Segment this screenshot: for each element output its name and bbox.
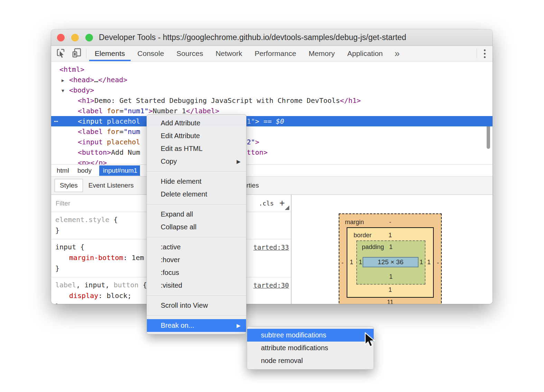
- title-bar[interactable]: Developer Tools - https://googlechrome.g…: [51, 29, 493, 46]
- menu-item-edit-as-html[interactable]: Edit as HTML: [147, 142, 246, 155]
- dom-tree-row[interactable]: <html>: [51, 64, 493, 75]
- menu-item-collapse-all[interactable]: Collapse all: [147, 221, 246, 233]
- code-token: </h1>: [340, 96, 361, 105]
- row-actions-ellipsis[interactable]: ⋯: [54, 116, 58, 126]
- stylesheet-link[interactable]: tarted:33: [253, 242, 289, 253]
- menu-item-active[interactable]: :active: [147, 241, 246, 254]
- stylesheet-link[interactable]: tarted:30: [253, 280, 289, 291]
- menu-item-node-removal[interactable]: node removal: [247, 354, 374, 367]
- code-token: $0: [276, 117, 284, 125]
- code-token: for: [103, 127, 119, 136]
- code-token: <input: [78, 117, 103, 125]
- code-token: :: [98, 291, 106, 300]
- tab-console[interactable]: Console: [131, 46, 170, 61]
- sidebar-tab-styles[interactable]: Styles: [55, 179, 83, 192]
- menu-item-focus[interactable]: :focus: [147, 266, 246, 279]
- padding-bottom-value[interactable]: 1: [357, 273, 425, 280]
- sidebar-tab-event-listeners[interactable]: Event Listeners: [84, 179, 139, 192]
- dom-tree-row[interactable]: ⋯<input placehol1"> == $0: [51, 116, 493, 126]
- menu-item-delete-element[interactable]: Delete element: [147, 188, 246, 201]
- devtools-toolbar: ElementsConsoleSourcesNetworkPerformance…: [51, 46, 493, 61]
- menu-item-expand-all[interactable]: Expand all: [147, 208, 246, 221]
- code-token: Add Num: [111, 148, 140, 156]
- box-model-content-box[interactable]: 125 × 36: [363, 257, 419, 267]
- device-toolbar-icon[interactable]: [72, 48, 82, 59]
- padding-top-value[interactable]: 1: [357, 243, 425, 251]
- dom-tree-row[interactable]: <input placehol2">: [51, 137, 493, 147]
- breadcrumb: htmlbodyinput#num1: [51, 164, 493, 176]
- dom-tree-row[interactable]: ▼<body>: [51, 85, 493, 95]
- expand-expanded-icon[interactable]: ▼: [62, 86, 69, 96]
- menu-item-label: Collapse all: [161, 223, 196, 231]
- menu-item-break-on[interactable]: Break on...▶: [147, 319, 246, 332]
- breadcrumb-item-html[interactable]: html: [53, 166, 73, 175]
- tab-memory[interactable]: Memory: [302, 46, 341, 61]
- tab-performance[interactable]: Performance: [248, 46, 302, 61]
- dom-tree-row[interactable]: <button>Add Numtton>: [51, 147, 493, 157]
- menu-item-scroll-into-view[interactable]: Scroll into View: [147, 299, 246, 312]
- styles-filter-input[interactable]: Filter: [51, 200, 70, 207]
- tab-properties-partial[interactable]: rties: [246, 182, 259, 189]
- menu-item-label: Expand all: [161, 210, 193, 218]
- minimize-window-button[interactable]: [71, 34, 79, 41]
- toolbar-divider: [86, 49, 86, 58]
- margin-bottom-value[interactable]: 11: [339, 298, 441, 304]
- zoom-window-button[interactable]: [85, 34, 93, 41]
- dom-tree-row[interactable]: <p></p>: [51, 157, 493, 164]
- code-fragment-right: 1"> == $0: [247, 116, 284, 126]
- breadcrumb-item-inputnum1[interactable]: input#num1: [99, 165, 140, 176]
- code-token: :: [123, 254, 132, 262]
- code-token: <p>: [78, 159, 90, 164]
- devtools-menu-icon[interactable]: [477, 49, 493, 58]
- computed-pane: margin - - - 11 border 1 1 1 1 padding 1…: [291, 195, 493, 304]
- code-token: =: [119, 107, 123, 115]
- menu-item-subtree-modifications[interactable]: subtree modifications: [247, 329, 374, 342]
- menu-separator: [147, 171, 246, 172]
- element-classes-button[interactable]: .cls: [259, 200, 274, 207]
- padding-left-value[interactable]: 1: [359, 258, 362, 266]
- menu-item-visited[interactable]: :visited: [147, 279, 246, 292]
- menu-item-copy[interactable]: Copy▶: [147, 155, 246, 168]
- code-token: <label: [78, 127, 103, 136]
- box-model-diagram[interactable]: margin - - - 11 border 1 1 1 1 padding 1…: [339, 213, 442, 304]
- close-window-button[interactable]: [57, 34, 65, 41]
- dom-tree-row[interactable]: <label for="num1">Number 1</label>: [51, 106, 493, 116]
- menu-item-label: Add Attribute: [161, 119, 200, 127]
- tab-elements[interactable]: Elements: [88, 46, 131, 61]
- padding-right-value[interactable]: 1: [420, 258, 423, 266]
- new-style-rule-button[interactable]: +: [279, 198, 285, 209]
- code-fragment-right: tton>: [247, 147, 268, 157]
- menu-item-add-attribute[interactable]: Add Attribute: [147, 117, 246, 130]
- more-panels-chevron[interactable]: »: [389, 46, 405, 61]
- box-model-padding-box[interactable]: padding 1 1 1 1 125 × 36: [356, 240, 425, 285]
- sidebar-tabs: StylesEvent Listenersrties: [51, 176, 493, 195]
- inspect-element-icon[interactable]: [56, 48, 66, 59]
- pane-corner-triangle: [285, 205, 289, 210]
- breadcrumb-item-body[interactable]: body: [73, 166, 96, 175]
- dom-tree-row[interactable]: <label for="num: [51, 126, 493, 137]
- tab-network[interactable]: Network: [209, 46, 248, 61]
- tab-sources[interactable]: Sources: [170, 46, 209, 61]
- tab-application[interactable]: Application: [341, 46, 389, 61]
- code-token: "num1": [123, 107, 148, 115]
- menu-item-label: :visited: [161, 281, 182, 289]
- margin-top-value[interactable]: -: [339, 218, 441, 226]
- border-top-value[interactable]: 1: [347, 231, 433, 239]
- menu-item-edit-attribute[interactable]: Edit Attribute: [147, 130, 246, 142]
- menu-item-label: Edit as HTML: [161, 145, 203, 152]
- box-model-border-box[interactable]: border 1 1 1 1 padding 1 1 1 1 125 × 36: [347, 227, 434, 298]
- menu-item-hover[interactable]: :hover: [147, 254, 246, 266]
- border-left-value[interactable]: 1: [350, 258, 353, 266]
- code-token: tton>: [247, 148, 268, 156]
- expand-collapsed-icon[interactable]: ▶: [62, 75, 69, 86]
- border-right-value[interactable]: 1: [427, 258, 431, 266]
- code-token: ,: [76, 281, 84, 289]
- menu-item-hide-element[interactable]: Hide element: [147, 175, 246, 188]
- dom-tree-row[interactable]: <h1>Demo: Get Started Debugging JavaScri…: [51, 95, 493, 106]
- code-token: button: [114, 281, 139, 289]
- border-bottom-value[interactable]: 1: [347, 286, 433, 294]
- menu-item-attribute-modifications[interactable]: attribute modifications: [247, 342, 374, 354]
- margin-right-value[interactable]: -: [437, 259, 439, 267]
- dom-tree-row[interactable]: ▶<head>…</head>: [51, 75, 493, 85]
- margin-left-value[interactable]: -: [341, 259, 344, 267]
